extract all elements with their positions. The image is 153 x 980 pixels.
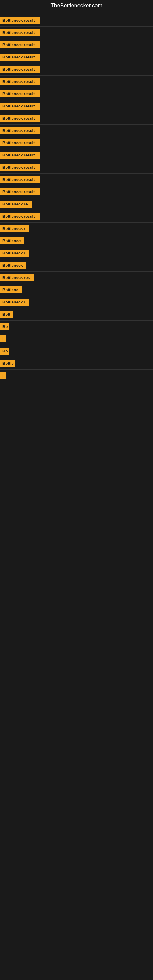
bottleneck-badge: Bottle bbox=[0, 360, 15, 367]
bottleneck-badge: Bottlenec bbox=[0, 237, 24, 244]
bottleneck-badge: Bottleneck result bbox=[0, 41, 40, 48]
bottleneck-badge: Bottleneck result bbox=[0, 78, 40, 85]
bottleneck-badge: Bottleneck result bbox=[0, 90, 40, 97]
bottleneck-badge: Bottleneck result bbox=[0, 127, 40, 134]
list-item: Bottlene bbox=[0, 284, 153, 296]
list-item: Bottleneck result bbox=[0, 186, 153, 198]
bottleneck-badge: Bottleneck res bbox=[0, 274, 33, 281]
bottleneck-badge: Bottlene bbox=[0, 286, 22, 293]
list-item: Bottleneck result bbox=[0, 137, 153, 149]
list-item: Bottleneck result bbox=[0, 173, 153, 186]
site-title: TheBottlenecker.com bbox=[0, 0, 153, 11]
bottleneck-badge: Bott bbox=[0, 311, 13, 318]
bottleneck-badge: Bottleneck result bbox=[0, 139, 40, 146]
bottleneck-badge: Bottleneck result bbox=[0, 115, 40, 122]
list-item: Bottleneck re bbox=[0, 198, 153, 210]
bottleneck-badge: Bottleneck result bbox=[0, 188, 40, 196]
bottleneck-badge: Bo bbox=[0, 348, 9, 355]
list-item: Bottle bbox=[0, 357, 153, 369]
list-item: Bottleneck r bbox=[0, 247, 153, 259]
list-item: Bottleneck result bbox=[0, 125, 153, 137]
bottleneck-badge: Bottleneck result bbox=[0, 66, 40, 73]
list-item: Bottleneck result bbox=[0, 27, 153, 38]
bottleneck-list: Bottleneck resultBottleneck resultBottle… bbox=[0, 11, 153, 385]
list-item: Bottleneck result bbox=[0, 112, 153, 124]
bottleneck-badge: | bbox=[0, 372, 6, 379]
bottleneck-badge: Bottleneck re bbox=[0, 200, 32, 208]
bottleneck-badge: Bottleneck bbox=[0, 262, 26, 269]
list-item: Bottleneck result bbox=[0, 76, 153, 88]
list-item: Bottleneck result bbox=[0, 210, 153, 222]
bottleneck-badge: Bottleneck result bbox=[0, 151, 40, 159]
bottleneck-badge: | bbox=[0, 335, 6, 342]
bottleneck-badge: Bottleneck result bbox=[0, 103, 40, 110]
list-item: Bott bbox=[0, 309, 153, 320]
bottleneck-badge: Bottleneck result bbox=[0, 164, 40, 171]
list-item: | bbox=[0, 333, 153, 345]
list-item: Bottleneck r bbox=[0, 223, 153, 235]
list-item: Bottleneck result bbox=[0, 14, 153, 26]
list-item: Bottleneck bbox=[0, 259, 153, 271]
bottleneck-badge: Bottleneck r bbox=[0, 225, 29, 232]
list-item: Bottleneck result bbox=[0, 39, 153, 51]
list-item: Bottlenec bbox=[0, 235, 153, 247]
bottleneck-badge: Bottleneck result bbox=[0, 176, 40, 183]
bottleneck-badge: Bottleneck r bbox=[0, 299, 29, 305]
list-item: Bottleneck result bbox=[0, 64, 153, 75]
bottleneck-badge: Bottleneck result bbox=[0, 213, 40, 220]
list-item: Bottleneck result bbox=[0, 88, 153, 100]
bottleneck-badge: Bottleneck r bbox=[0, 250, 29, 257]
bottleneck-badge: Bottleneck result bbox=[0, 17, 40, 24]
bottleneck-badge: Bottleneck result bbox=[0, 29, 40, 36]
list-item: Bo bbox=[0, 345, 153, 357]
list-item: | bbox=[0, 370, 153, 382]
list-item: Bottleneck result bbox=[0, 161, 153, 173]
list-item: Bottleneck result bbox=[0, 149, 153, 161]
bottleneck-badge: Bo bbox=[0, 323, 9, 330]
bottleneck-badge: Bottleneck result bbox=[0, 54, 40, 60]
list-item: Bottleneck result bbox=[0, 100, 153, 112]
list-item: Bo bbox=[0, 321, 153, 332]
list-item: Bottleneck r bbox=[0, 296, 153, 308]
list-item: Bottleneck res bbox=[0, 272, 153, 283]
list-item: Bottleneck result bbox=[0, 51, 153, 63]
